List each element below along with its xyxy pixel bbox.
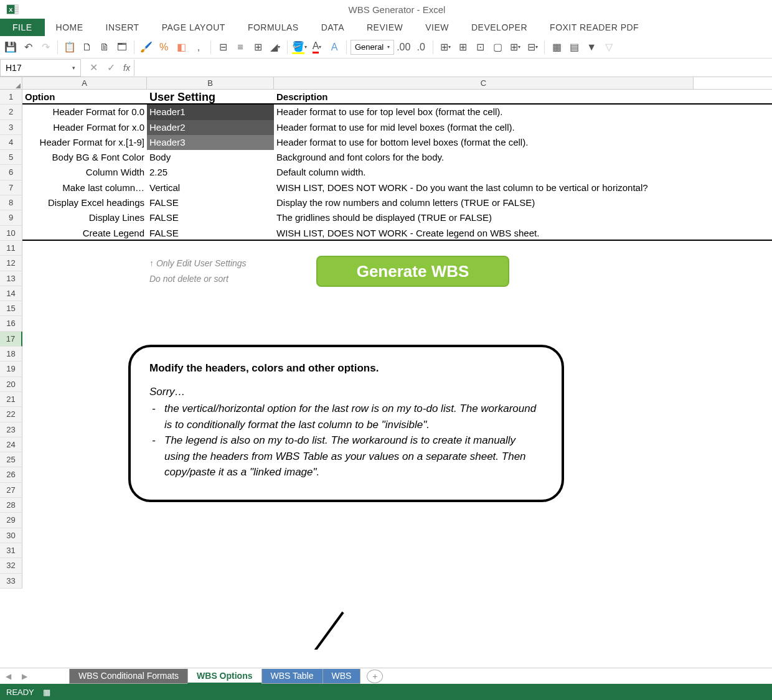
ribbon-tab-review[interactable]: REVIEW <box>355 19 414 36</box>
row-header[interactable]: 15 <box>0 301 22 316</box>
header-option[interactable]: Option <box>22 90 147 103</box>
row-header[interactable]: 13 <box>0 271 22 286</box>
select-all-corner[interactable] <box>0 77 22 89</box>
wrap-text-icon[interactable]: ≡ <box>232 39 248 55</box>
user-setting-cell[interactable]: 2.25 <box>147 165 274 180</box>
sheet-tab[interactable]: WBS Conditional Formats <box>69 669 188 684</box>
insert-cells-icon[interactable]: ⊞▾ <box>507 39 523 55</box>
row-header[interactable]: 3 <box>0 120 22 135</box>
table-row[interactable] <box>22 241 772 256</box>
description-cell[interactable]: Default column width. <box>274 165 694 180</box>
col-header-B[interactable]: B <box>147 77 274 89</box>
table-row[interactable] <box>22 286 772 301</box>
table-row[interactable]: Body BG & Font ColorBodyBackground and f… <box>22 150 772 165</box>
row-header[interactable]: 14 <box>0 286 22 301</box>
row-header[interactable]: 6 <box>0 165 22 180</box>
ribbon-tab-page-layout[interactable]: PAGE LAYOUT <box>151 19 237 36</box>
row-header[interactable]: 24 <box>0 437 22 452</box>
sheet-tab[interactable]: WBS Table <box>261 669 323 684</box>
sheet-nav-next-icon[interactable]: ▶ <box>16 672 32 681</box>
formula-input[interactable] <box>134 60 772 76</box>
row-header[interactable]: 10 <box>0 226 22 241</box>
table-row[interactable] <box>22 301 772 316</box>
row-header[interactable]: 20 <box>0 377 22 392</box>
option-cell[interactable]: Header Format for x.0 <box>22 120 147 135</box>
description-cell[interactable]: Background and font colors for the body. <box>274 150 694 165</box>
user-setting-cell[interactable]: FALSE <box>147 195 274 210</box>
sheet-tab[interactable]: WBS <box>322 669 361 684</box>
ribbon-tab-file[interactable]: FILE <box>0 19 45 36</box>
row-header[interactable]: 21 <box>0 392 22 407</box>
paste-icon[interactable]: 📋 <box>62 39 78 55</box>
save-icon[interactable]: 💾 <box>2 39 19 55</box>
sort-icon[interactable]: ▤ <box>566 39 582 55</box>
macro-record-icon[interactable]: ▦ <box>43 688 50 697</box>
option-cell[interactable]: Create Legend <box>22 226 147 240</box>
format-painter-icon[interactable]: 🖌️ <box>138 39 154 55</box>
ribbon-tab-developer[interactable]: DEVELOPER <box>460 19 539 36</box>
header-description[interactable]: Description <box>274 90 694 103</box>
merge-icon[interactable]: ⊟ <box>215 39 231 55</box>
new-file-icon[interactable]: 🗋 <box>79 39 95 55</box>
row-header[interactable]: 5 <box>0 150 22 165</box>
row-header[interactable]: 19 <box>0 362 22 376</box>
freeze-panes-icon[interactable]: ▦ <box>548 39 565 55</box>
clear-filter-icon[interactable]: ▽ <box>601 39 617 55</box>
print-preview-icon[interactable]: 🗔 <box>114 39 130 55</box>
row-header[interactable]: 25 <box>0 452 22 467</box>
row-header[interactable]: 31 <box>0 543 22 558</box>
row-header[interactable]: 17 <box>0 332 22 347</box>
table-row[interactable]: Header Format for x.[1-9]Header3Header f… <box>22 135 772 150</box>
percent-icon[interactable]: % <box>156 39 172 55</box>
align-icon[interactable]: ⊞ <box>250 39 266 55</box>
row-header[interactable]: 27 <box>0 483 22 498</box>
user-setting-cell[interactable]: Header1 <box>147 105 274 119</box>
border-none-icon[interactable]: ⊡ <box>472 39 488 55</box>
row-header[interactable]: 32 <box>0 558 22 573</box>
description-cell[interactable]: Header format to use for mid level boxes… <box>274 120 694 135</box>
increase-decimal-icon[interactable]: .00 <box>395 39 412 55</box>
row-header[interactable]: 8 <box>0 195 22 210</box>
sheet-nav-prev-icon[interactable]: ◀ <box>0 672 16 681</box>
description-cell[interactable]: WISH LIST, DOES NOT WORK - Do you want t… <box>274 180 694 195</box>
user-setting-cell[interactable]: FALSE <box>147 226 274 240</box>
clear-format-icon[interactable]: A <box>326 39 342 55</box>
row-header[interactable]: 4 <box>0 135 22 150</box>
table-row[interactable]: Column Width2.25Default column width. <box>22 165 772 180</box>
row-header[interactable]: 12 <box>0 256 22 271</box>
fx-label[interactable]: fx <box>123 63 130 73</box>
option-cell[interactable]: Display Excel headings <box>22 195 147 210</box>
table-row[interactable] <box>22 574 772 589</box>
row-header[interactable]: 23 <box>0 422 22 437</box>
header-user-setting[interactable]: User Setting <box>147 90 274 103</box>
col-header-A[interactable]: A <box>22 77 147 89</box>
table-row[interactable]: Display LinesFALSEThe gridlines should b… <box>22 210 772 225</box>
table-row[interactable] <box>22 558 772 573</box>
row-header[interactable]: 28 <box>0 498 22 513</box>
row-header[interactable]: 30 <box>0 528 22 543</box>
ribbon-tab-data[interactable]: DATA <box>310 19 355 36</box>
add-sheet-button[interactable]: + <box>367 670 383 683</box>
border-all-icon[interactable]: ⊞ <box>454 39 471 55</box>
user-setting-cell[interactable]: FALSE <box>147 210 274 225</box>
description-cell[interactable]: The gridlines should be displayed (TRUE … <box>274 210 694 225</box>
user-setting-cell[interactable]: Body <box>147 150 274 165</box>
ribbon-tab-home[interactable]: HOME <box>45 19 95 36</box>
row-header[interactable]: 11 <box>0 241 22 256</box>
description-cell[interactable]: Header format to use for bottom level bo… <box>274 135 694 150</box>
table-row[interactable] <box>22 528 772 543</box>
sheet-tab[interactable]: WBS Options <box>187 669 261 684</box>
orientation-icon[interactable]: ◢▾ <box>267 39 283 55</box>
option-cell[interactable]: Body BG & Font Color <box>22 150 147 165</box>
table-row[interactable] <box>22 316 772 331</box>
name-box[interactable]: H17 ▾ <box>0 59 81 77</box>
user-setting-cell[interactable]: Header3 <box>147 135 274 150</box>
font-color-icon[interactable]: A▾ <box>309 39 325 55</box>
delete-cells-icon[interactable]: ⊟▾ <box>524 39 540 55</box>
generate-wbs-button[interactable]: Generate WBS <box>316 256 509 287</box>
row-header[interactable]: 29 <box>0 513 22 528</box>
row-header[interactable]: 2 <box>0 105 22 119</box>
table-row[interactable]: Make last column…VerticalWISH LIST, DOES… <box>22 180 772 195</box>
table-row[interactable]: Header Format for x.0Header2Header forma… <box>22 120 772 135</box>
decrease-decimal-icon[interactable]: .0 <box>413 39 429 55</box>
